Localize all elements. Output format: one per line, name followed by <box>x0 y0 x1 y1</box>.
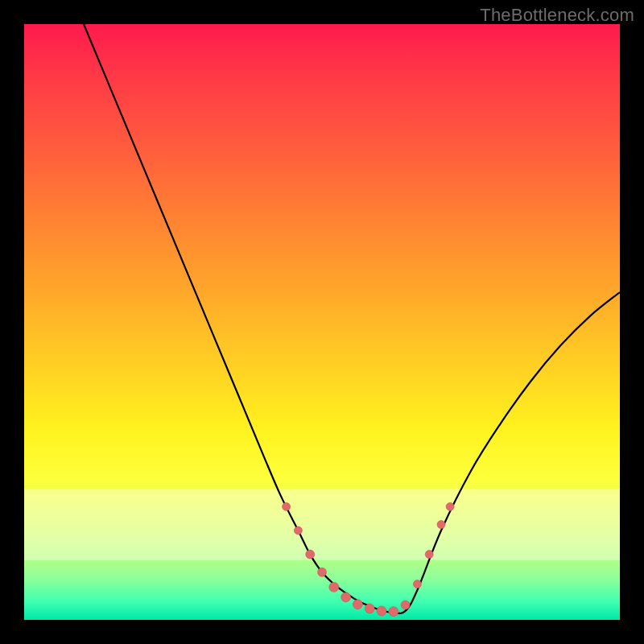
curve-marker <box>446 502 454 510</box>
curve-marker <box>283 502 291 510</box>
curve-marker <box>329 582 339 592</box>
curve-marker <box>425 551 433 559</box>
curve-marker <box>294 526 302 535</box>
main-curve <box>84 24 620 613</box>
watermark-text: TheBottleneck.com <box>480 5 634 26</box>
curve-marker <box>377 606 386 616</box>
curve-marker <box>437 521 445 529</box>
plot-area <box>24 24 620 620</box>
curve-marker <box>341 592 351 602</box>
chart-svg <box>24 24 620 620</box>
curve-marker <box>389 607 398 617</box>
curve-marker <box>318 568 327 576</box>
marker-group <box>283 502 454 616</box>
chart-frame: TheBottleneck.com <box>0 0 644 644</box>
curve-marker <box>306 550 315 559</box>
curve-marker <box>401 601 410 609</box>
curve-marker <box>365 604 374 613</box>
curve-marker <box>413 580 421 588</box>
curve-marker <box>353 600 362 609</box>
